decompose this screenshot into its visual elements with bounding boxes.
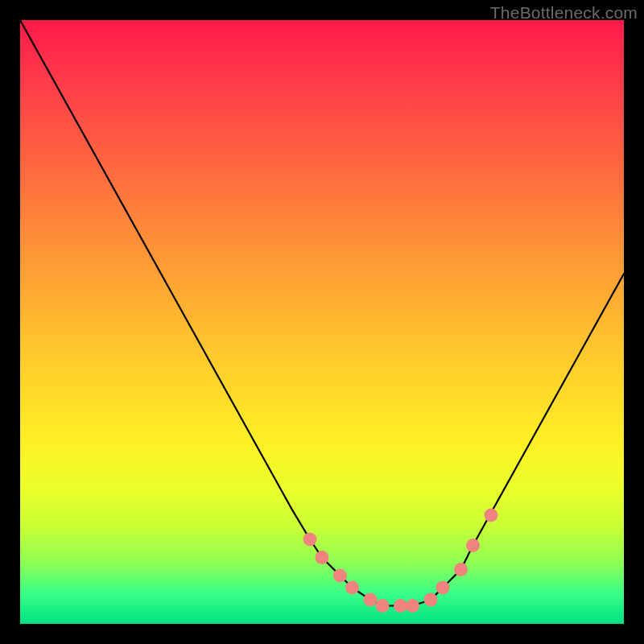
curve-marker <box>394 599 407 613</box>
curve-marker <box>364 593 378 607</box>
curve-marker <box>333 569 347 583</box>
curve-marker <box>454 563 468 576</box>
bottleneck-curve <box>20 20 624 606</box>
curve-marker <box>303 533 317 547</box>
curve-marker <box>376 599 390 613</box>
watermark-text: TheBottleneck.com <box>490 3 638 23</box>
chart-frame <box>20 20 624 624</box>
curve-marker <box>345 581 359 595</box>
curve-marker <box>485 509 498 522</box>
curve-marker <box>316 551 329 564</box>
curve-marker <box>466 539 480 552</box>
curve-marker <box>424 593 438 607</box>
curve-markers <box>303 509 498 613</box>
chart-plot <box>20 20 624 624</box>
curve-marker <box>436 581 450 595</box>
curve-marker <box>406 599 419 613</box>
